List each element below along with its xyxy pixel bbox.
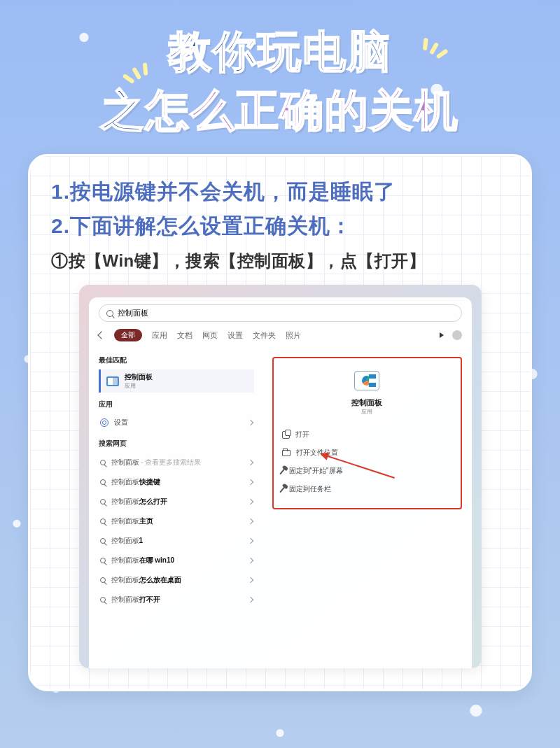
section-best-match: 最佳匹配 — [99, 355, 254, 365]
detail-name: 控制面板 — [281, 397, 454, 408]
app-item-settings[interactable]: 设置 — [99, 414, 254, 432]
back-icon[interactable] — [97, 331, 105, 339]
best-match-type: 应用 — [125, 382, 153, 390]
best-match-item[interactable]: 控制面板 应用 — [99, 369, 254, 393]
search-icon — [100, 479, 106, 485]
title-line-1: 教你玩电脑 — [0, 22, 560, 81]
windows-search-panel: 控制面板 全部 应用 文档 网页 设置 文件夹 照片 最佳匹配 — [89, 297, 472, 668]
search-icon — [100, 538, 106, 544]
detail-type: 应用 — [281, 408, 454, 416]
search-input[interactable]: 控制面板 — [99, 304, 462, 322]
chevron-right-icon — [247, 597, 253, 602]
web-result-item[interactable]: 控制面板快捷键 — [99, 472, 254, 492]
chevron-right-icon — [247, 479, 253, 485]
pin-icon — [279, 467, 286, 474]
pin-icon — [279, 486, 286, 493]
section-apps: 应用 — [99, 400, 254, 409]
chevron-right-icon — [247, 518, 253, 524]
title-line-2: 之怎么正确的关机 — [0, 81, 560, 140]
search-icon — [100, 558, 106, 563]
tab-web[interactable]: 网页 — [202, 330, 218, 341]
best-match-name: 控制面板 — [125, 372, 153, 382]
search-tabs: 全部 应用 文档 网页 设置 文件夹 照片 — [89, 326, 472, 348]
chevron-right-icon — [247, 420, 253, 425]
gear-icon — [100, 418, 108, 427]
more-icon[interactable] — [440, 332, 444, 338]
open-icon — [282, 431, 290, 439]
chevron-right-icon — [247, 538, 253, 544]
web-result-item[interactable]: 控制面板打不开 — [99, 590, 254, 609]
search-icon — [106, 310, 113, 317]
tab-apps[interactable]: 应用 — [152, 330, 167, 341]
search-bar: 控制面板 — [89, 297, 472, 326]
search-value: 控制面板 — [118, 308, 148, 318]
search-icon — [100, 499, 106, 504]
control-panel-icon — [106, 376, 119, 386]
results-column: 最佳匹配 控制面板 应用 应用 设置 搜索网页 — [89, 348, 262, 618]
chevron-right-icon — [247, 499, 253, 504]
folder-icon — [282, 450, 290, 456]
web-result-item[interactable]: 控制面板怎么打开 — [99, 492, 254, 511]
screenshot-container: 控制面板 全部 应用 文档 网页 设置 文件夹 照片 最佳匹配 — [79, 285, 482, 668]
chevron-right-icon — [247, 460, 253, 465]
action-pin-start[interactable]: 固定到"开始"屏幕 — [281, 462, 454, 480]
point-1: 1.按电源键并不会关机，而是睡眠了 — [51, 176, 509, 207]
search-icon — [100, 518, 106, 524]
tab-folders[interactable]: 文件夹 — [253, 330, 276, 341]
detail-column: 控制面板 应用 打开 打开文件位置 固定到"开始"屏幕 — [262, 348, 472, 618]
chevron-right-icon — [247, 558, 253, 563]
highlighted-detail-box: 控制面板 应用 打开 打开文件位置 固定到"开始"屏幕 — [272, 357, 462, 509]
search-icon — [100, 577, 106, 583]
user-avatar[interactable] — [452, 330, 462, 340]
tab-docs[interactable]: 文档 — [177, 330, 192, 341]
tab-all[interactable]: 全部 — [114, 329, 142, 341]
web-result-item[interactable]: 控制面板在哪 win10 — [99, 551, 254, 570]
step-1-instruction: ①按【Win键】，搜索【控制面板】，点【打开】 — [51, 250, 509, 272]
web-result-item[interactable]: 控制面板主页 — [99, 511, 254, 531]
action-open-location[interactable]: 打开文件位置 — [281, 444, 454, 462]
tutorial-header: 教你玩电脑 之怎么正确的关机 — [0, 0, 560, 147]
control-panel-large-icon — [354, 371, 379, 390]
action-open[interactable]: 打开 — [281, 425, 454, 444]
search-icon — [100, 597, 106, 602]
web-result-item[interactable]: 控制面板1 — [99, 531, 254, 551]
web-result-item[interactable]: 控制面板怎么放在桌面 — [99, 570, 254, 590]
point-2: 2.下面讲解怎么设置正确关机： — [51, 210, 509, 241]
tab-photos[interactable]: 照片 — [286, 330, 301, 341]
content-card: 1.按电源键并不会关机，而是睡眠了 2.下面讲解怎么设置正确关机： ①按【Win… — [28, 154, 532, 691]
chevron-right-icon — [247, 577, 253, 583]
tab-settings[interactable]: 设置 — [227, 330, 243, 341]
web-result-item[interactable]: 控制面板 - 查看更多搜索结果 — [99, 453, 254, 472]
action-pin-taskbar[interactable]: 固定到任务栏 — [281, 480, 454, 498]
section-web: 搜索网页 — [99, 439, 254, 449]
search-icon — [100, 460, 106, 465]
